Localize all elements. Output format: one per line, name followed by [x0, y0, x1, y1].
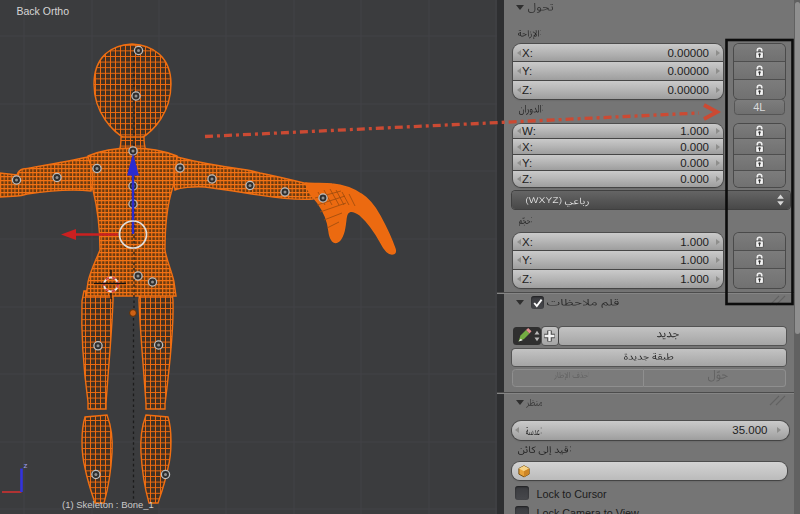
- svg-text:Back Ortho: Back Ortho: [17, 5, 70, 17]
- svg-text:z: z: [24, 461, 28, 470]
- svg-text:(1) Skeleton : Bone_1: (1) Skeleton : Bone_1: [62, 499, 154, 510]
